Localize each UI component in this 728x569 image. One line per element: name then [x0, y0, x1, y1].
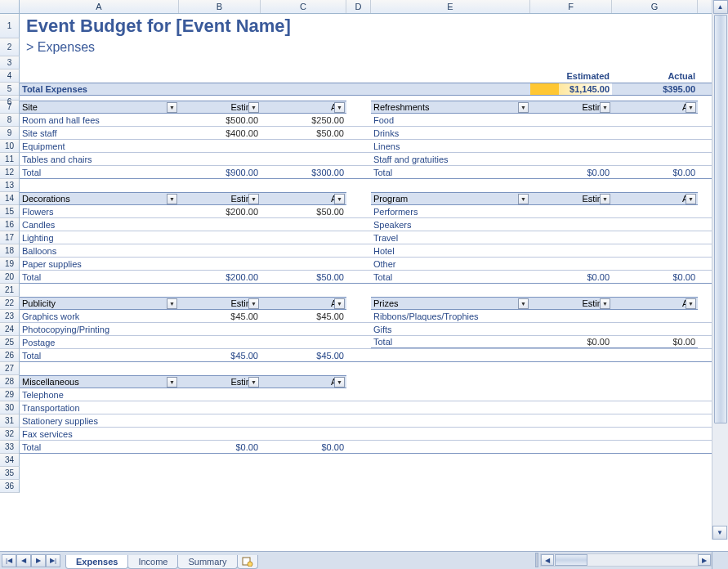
- row-header[interactable]: 20: [0, 271, 20, 284]
- line-est[interactable]: $400.00: [179, 127, 261, 139]
- col-header-C[interactable]: C: [261, 0, 346, 13]
- scroll-thumb[interactable]: [714, 15, 727, 423]
- line-item[interactable]: Flowers: [20, 205, 179, 217]
- tab-income[interactable]: Income: [127, 555, 178, 569]
- row-header[interactable]: 21: [0, 284, 20, 297]
- filter-dropdown-icon[interactable]: ▼: [334, 377, 345, 388]
- line-item[interactable]: Paper supplies: [20, 258, 179, 270]
- line-item[interactable]: Telephone: [20, 388, 179, 401]
- row-header[interactable]: 13: [0, 179, 20, 192]
- filter-dropdown-icon[interactable]: ▼: [334, 102, 345, 113]
- filter-dropdown-icon[interactable]: ▼: [167, 194, 177, 204]
- line-item[interactable]: Graphics work: [20, 310, 179, 322]
- line-item[interactable]: Gifts: [371, 323, 530, 335]
- row-header[interactable]: 25: [0, 336, 20, 349]
- line-est[interactable]: [530, 114, 612, 126]
- row-header[interactable]: 28: [0, 375, 20, 388]
- category-header-refreshments[interactable]: Refreshments▼: [371, 101, 530, 114]
- category-header-act[interactable]: Act▼: [261, 375, 346, 388]
- category-header-publicity[interactable]: Publicity▼: [20, 297, 179, 310]
- tab-summary[interactable]: Summary: [177, 555, 237, 569]
- line-item[interactable]: Other: [371, 258, 530, 270]
- row-header[interactable]: 36: [0, 480, 20, 493]
- row-header[interactable]: 7: [0, 101, 20, 114]
- category-header-misc[interactable]: Miscellaneous▼: [20, 375, 179, 388]
- col-header-A[interactable]: A: [20, 0, 179, 13]
- line-item[interactable]: Travel: [371, 231, 530, 244]
- line-act[interactable]: $50.00: [261, 127, 346, 139]
- scroll-up-button[interactable]: ▲: [713, 0, 728, 14]
- category-header-act[interactable]: Act▼: [612, 192, 698, 205]
- line-act[interactable]: [612, 114, 698, 126]
- category-header-act[interactable]: Act▼: [612, 101, 698, 114]
- row-header[interactable]: 9: [0, 127, 20, 140]
- scroll-thumb[interactable]: [555, 554, 587, 566]
- row-header[interactable]: 5: [0, 83, 20, 96]
- row-header[interactable]: 26: [0, 349, 20, 362]
- row-header[interactable]: 2: [0, 38, 20, 56]
- category-header-est[interactable]: Estima▼: [530, 192, 612, 205]
- line-item[interactable]: Fax services: [20, 428, 179, 440]
- row-header[interactable]: 33: [0, 441, 20, 454]
- row-header[interactable]: 17: [0, 231, 20, 244]
- tab-expenses[interactable]: Expenses: [65, 555, 128, 569]
- category-header-est[interactable]: Estima▼: [530, 297, 612, 310]
- row-header[interactable]: 32: [0, 428, 20, 441]
- vertical-scrollbar[interactable]: ▲ ▼: [712, 0, 728, 540]
- tab-split-handle[interactable]: [535, 553, 538, 567]
- filter-dropdown-icon[interactable]: ▼: [334, 298, 345, 309]
- category-header-act[interactable]: Act▼: [612, 297, 698, 310]
- row-header[interactable]: 11: [0, 153, 20, 166]
- filter-dropdown-icon[interactable]: ▼: [167, 377, 177, 388]
- line-item[interactable]: Stationery supplies: [20, 414, 179, 427]
- line-item[interactable]: Food: [371, 114, 530, 126]
- row-header[interactable]: 16: [0, 218, 20, 231]
- row-header[interactable]: 1: [0, 14, 20, 38]
- row-header[interactable]: 3: [0, 56, 20, 69]
- category-header-program[interactable]: Program▼: [371, 192, 530, 205]
- category-header-est[interactable]: Estima▼: [530, 101, 612, 114]
- line-est[interactable]: $500.00: [179, 114, 261, 126]
- row-header[interactable]: 35: [0, 467, 20, 480]
- row-header[interactable]: 23: [0, 310, 20, 323]
- filter-dropdown-icon[interactable]: ▼: [248, 377, 259, 388]
- line-item[interactable]: Tables and chairs: [20, 153, 179, 165]
- category-header-act[interactable]: Act▼: [261, 297, 346, 310]
- row-header[interactable]: 8: [0, 114, 20, 127]
- line-item[interactable]: Room and hall fees: [20, 114, 179, 126]
- filter-dropdown-icon[interactable]: ▼: [518, 194, 529, 204]
- row-header[interactable]: 27: [0, 362, 20, 375]
- row-header[interactable]: 22: [0, 297, 20, 310]
- col-header-B[interactable]: B: [179, 0, 261, 13]
- row-header[interactable]: 34: [0, 454, 20, 467]
- line-item[interactable]: Site staff: [20, 127, 179, 139]
- filter-dropdown-icon[interactable]: ▼: [600, 102, 610, 113]
- category-header-decorations[interactable]: Decorations▼: [20, 192, 179, 205]
- filter-dropdown-icon[interactable]: ▼: [334, 194, 345, 204]
- resize-corner[interactable]: [712, 551, 728, 569]
- scroll-left-button[interactable]: ◀: [541, 554, 554, 566]
- line-item[interactable]: Transportation: [20, 401, 179, 414]
- scroll-right-button[interactable]: ▶: [698, 554, 711, 566]
- category-header-act[interactable]: Act▼: [261, 101, 346, 114]
- row-header[interactable]: 30: [0, 401, 20, 414]
- line-item[interactable]: Photocopying/Printing: [20, 323, 179, 335]
- scroll-down-button[interactable]: ▼: [712, 526, 727, 540]
- line-est[interactable]: [530, 127, 612, 139]
- tab-nav-last[interactable]: ▶|: [46, 554, 60, 567]
- filter-dropdown-icon[interactable]: ▼: [248, 194, 259, 204]
- filter-dropdown-icon[interactable]: ▼: [686, 194, 696, 204]
- horizontal-scrollbar[interactable]: ◀ ▶: [540, 553, 712, 567]
- col-header-D[interactable]: D: [346, 0, 371, 13]
- line-item[interactable]: Equipment: [20, 140, 179, 152]
- tab-nav-prev[interactable]: ◀: [16, 554, 31, 567]
- row-header[interactable]: 24: [0, 323, 20, 336]
- line-act[interactable]: $45.00: [261, 310, 346, 322]
- category-header-est[interactable]: Estima▼: [179, 101, 261, 114]
- col-header-G[interactable]: G: [612, 0, 698, 13]
- new-sheet-button[interactable]: [237, 555, 258, 569]
- tab-nav-first[interactable]: |◀: [2, 554, 16, 567]
- line-est[interactable]: $45.00: [179, 310, 261, 322]
- filter-dropdown-icon[interactable]: ▼: [518, 102, 529, 113]
- line-item[interactable]: Drinks: [371, 127, 530, 139]
